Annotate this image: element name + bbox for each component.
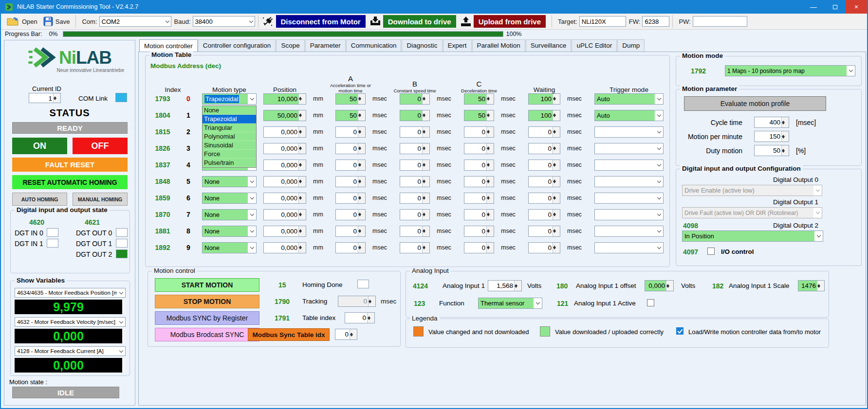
deceleration-time-spinner[interactable]: 0 <box>464 226 494 237</box>
open-button[interactable]: Open <box>4 16 40 27</box>
spinner-buttons[interactable] <box>553 226 560 236</box>
tab-motion-controller[interactable]: Motion controller <box>139 39 198 52</box>
motion-type-select[interactable]: None <box>202 209 257 220</box>
tab-communication[interactable]: Communication <box>346 39 402 52</box>
spinner-buttons[interactable] <box>422 243 429 253</box>
spinner-buttons[interactable] <box>486 210 494 220</box>
minimize-button[interactable]: — <box>803 0 824 14</box>
spinner-buttons[interactable] <box>781 117 789 127</box>
waiting-spinner[interactable]: 100 <box>528 93 560 105</box>
spinner-buttons[interactable] <box>781 145 789 156</box>
constant-speed-time-spinner[interactable]: 0 <box>400 226 430 237</box>
spinner-buttons[interactable] <box>298 94 306 104</box>
position-spinner[interactable]: 0,000 <box>263 160 306 171</box>
deceleration-time-spinner[interactable]: 0 <box>464 160 494 171</box>
scale-spinner[interactable]: 1476 <box>798 280 825 291</box>
tab-dump[interactable]: Dump <box>617 39 645 52</box>
constant-speed-time-spinner[interactable]: 0 <box>400 143 430 154</box>
spinner-buttons[interactable] <box>553 94 560 104</box>
tab-uplc-editor[interactable]: uPLC Editor <box>572 39 617 52</box>
fault-reset-button[interactable]: FAULT RESET <box>12 158 128 172</box>
dropdown-option-pulse-train[interactable]: Pulse/train <box>203 159 256 167</box>
stop-motion-button[interactable]: STOP MOTION <box>155 295 259 308</box>
dropdown-option-triangular[interactable]: Triangular <box>203 124 256 132</box>
spinner-buttons[interactable] <box>553 160 560 170</box>
offset-spinner[interactable]: 0,000 <box>645 280 674 291</box>
spinner-buttons[interactable] <box>298 210 306 220</box>
trigger-mode-select[interactable] <box>594 160 664 171</box>
spinner-buttons[interactable] <box>358 110 365 121</box>
constant-speed-time-spinner[interactable]: 0 <box>400 110 430 121</box>
trigger-mode-select[interactable] <box>594 242 664 253</box>
deceleration-time-spinner[interactable]: 0 <box>464 126 494 138</box>
deceleration-time-spinner[interactable]: 0 <box>464 242 494 253</box>
spinner-buttons[interactable] <box>553 210 560 220</box>
trigger-mode-select[interactable] <box>594 126 664 138</box>
constant-speed-time-spinner[interactable]: 0 <box>400 126 430 138</box>
trigger-mode-select[interactable]: Auto <box>594 110 664 121</box>
tab-scope[interactable]: Scope <box>276 39 304 52</box>
tab-parameter[interactable]: Parameter <box>305 39 346 52</box>
spinner-buttons[interactable] <box>553 193 560 203</box>
spinner-buttons[interactable] <box>422 143 429 154</box>
acceleration-time-spinner[interactable]: 0 <box>335 176 366 187</box>
cycle-time-spinner[interactable]: 400 <box>754 117 789 128</box>
variable-select-1[interactable]: 4634/4635 - Motor Feedback Position [mm] <box>15 288 126 298</box>
acceleration-time-spinner[interactable]: 0 <box>335 193 366 204</box>
spinner-buttons[interactable] <box>358 210 365 220</box>
position-spinner[interactable]: 0,000 <box>263 226 306 237</box>
dropdown-option-force[interactable]: Force <box>203 150 256 159</box>
close-button[interactable]: × <box>846 0 867 14</box>
spinner-buttons[interactable] <box>422 193 429 203</box>
spinner-buttons[interactable] <box>422 94 429 104</box>
analog-input-1-active-checkbox[interactable] <box>647 299 654 306</box>
variable-select-2[interactable]: 4632 - Motor Feedback Velocity [m/sec] <box>15 317 126 327</box>
spinner-buttons[interactable] <box>422 127 429 137</box>
download-to-drive-button[interactable]: Download to drive <box>383 15 456 28</box>
spinner-buttons[interactable] <box>553 177 560 187</box>
spinner-buttons[interactable] <box>298 193 306 203</box>
waiting-spinner[interactable]: 0 <box>528 126 560 138</box>
spinner-buttons[interactable] <box>53 93 60 103</box>
motion-per-minute-spinner[interactable]: 150 <box>754 131 789 142</box>
spinner-buttons[interactable] <box>781 131 789 142</box>
deceleration-time-spinner[interactable]: 0 <box>464 176 494 187</box>
deceleration-time-spinner[interactable]: 0 <box>464 209 494 220</box>
waiting-spinner[interactable]: 0 <box>528 176 560 187</box>
dropdown-option-trapezoidal[interactable]: Trapezoidal <box>203 115 256 124</box>
acceleration-time-spinner[interactable]: 0 <box>335 126 366 138</box>
spinner-buttons[interactable] <box>358 193 365 203</box>
motion-type-select[interactable]: None <box>202 226 257 237</box>
spinner-buttons[interactable] <box>553 127 560 137</box>
tab-surveillance[interactable]: Surveillance <box>526 39 572 52</box>
waiting-spinner[interactable]: 0 <box>528 226 560 237</box>
save-button[interactable]: Save <box>40 16 73 27</box>
acceleration-time-spinner[interactable]: 0 <box>335 226 366 237</box>
constant-speed-time-spinner[interactable]: 0 <box>400 160 430 171</box>
disconnect-button[interactable]: Disconnect from Motor <box>276 15 366 28</box>
spinner-buttons[interactable] <box>358 177 365 187</box>
spinner-buttons[interactable] <box>486 94 494 104</box>
spinner-buttons[interactable] <box>358 94 365 104</box>
position-spinner[interactable]: 0,000 <box>263 176 306 187</box>
waiting-spinner[interactable]: 0 <box>528 242 560 253</box>
current-id-spinner[interactable]: 1 <box>29 93 61 103</box>
on-button[interactable]: ON <box>12 138 67 154</box>
digital-output-2-select[interactable]: In Position <box>682 231 823 242</box>
tab-diagnostic[interactable]: Diagnostic <box>402 39 442 52</box>
spinner-buttons[interactable] <box>367 313 374 323</box>
digital-output-1-select[interactable]: Drive Fault (active low) OR DIR (Rotolin… <box>682 207 822 218</box>
motion-type-select[interactable]: None <box>202 242 257 253</box>
spinner-buttons[interactable] <box>298 127 306 137</box>
motion-mode-select[interactable]: 1 Maps - 10 positons pro map <box>725 65 855 76</box>
dropdown-option-sinusoidal[interactable]: Sinusoidal <box>203 141 256 150</box>
spinner-buttons[interactable] <box>350 329 357 339</box>
spinner-buttons[interactable] <box>553 243 560 253</box>
fw-input[interactable]: 6238 <box>642 16 669 27</box>
spinner-buttons[interactable] <box>486 160 494 170</box>
motion-type-select[interactable]: None <box>202 176 257 187</box>
variable-select-3[interactable]: 4128 - Motor Feedback Current [A] <box>15 346 126 356</box>
spinner-buttons[interactable] <box>298 177 306 187</box>
constant-speed-time-spinner[interactable]: 0 <box>400 93 430 105</box>
spinner-buttons[interactable] <box>422 177 429 187</box>
